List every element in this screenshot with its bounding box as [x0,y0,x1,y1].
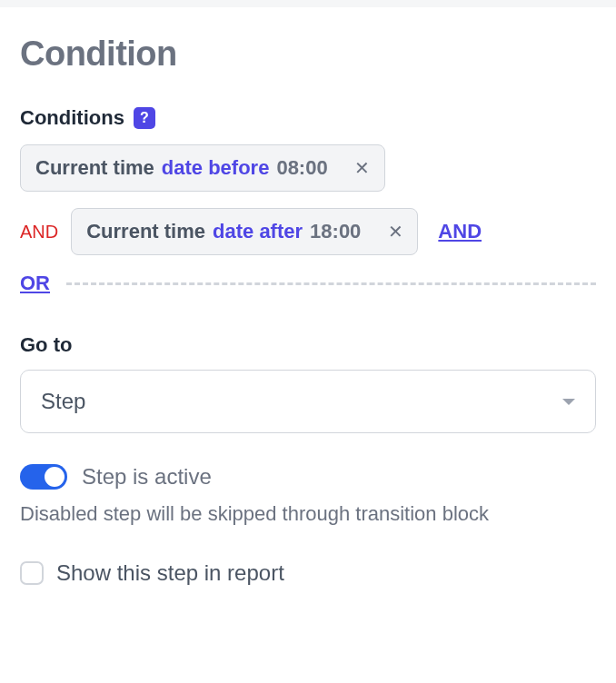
step-active-toggle[interactable] [20,464,67,490]
conditions-label: Conditions [20,106,124,130]
condition-value: 08:00 [276,156,327,180]
condition-row-2: AND Current time date after 18:00 ✕ AND [20,208,596,255]
condition-value: 18:00 [310,220,361,243]
toggle-knob [45,467,65,487]
show-in-report-label: Show this step in report [56,560,284,586]
or-row: OR [20,272,596,295]
close-icon[interactable]: ✕ [352,159,373,177]
help-icon[interactable]: ? [134,107,155,129]
joiner-and-label: AND [20,222,58,243]
goto-selected-value: Step [41,389,85,414]
condition-chip[interactable]: Current time date before 08:00 ✕ [20,144,385,192]
goto-label: Go to [20,333,596,357]
divider-dashed [66,282,596,285]
panel-title: Condition [20,35,596,74]
condition-chip[interactable]: Current time date after 18:00 ✕ [71,208,418,255]
add-or-button[interactable]: OR [20,272,50,295]
step-active-row: Step is active [20,464,596,490]
condition-operator: date after [213,220,303,243]
goto-select[interactable]: Step [20,370,596,433]
step-active-label: Step is active [82,464,212,490]
condition-panel: Condition Conditions ? Current time date… [0,7,616,683]
show-in-report-checkbox[interactable] [20,561,44,585]
step-active-helper: Disabled step will be skipped through tr… [20,499,583,530]
condition-row-1: Current time date before 08:00 ✕ [20,144,596,192]
add-and-button[interactable]: AND [438,220,482,243]
conditions-label-row: Conditions ? [20,106,596,130]
condition-subject: Current time [35,156,154,180]
show-in-report-row: Show this step in report [20,560,596,586]
chevron-down-icon [562,399,575,405]
condition-subject: Current time [86,220,205,243]
close-icon[interactable]: ✕ [384,223,406,241]
condition-operator: date before [162,156,270,180]
